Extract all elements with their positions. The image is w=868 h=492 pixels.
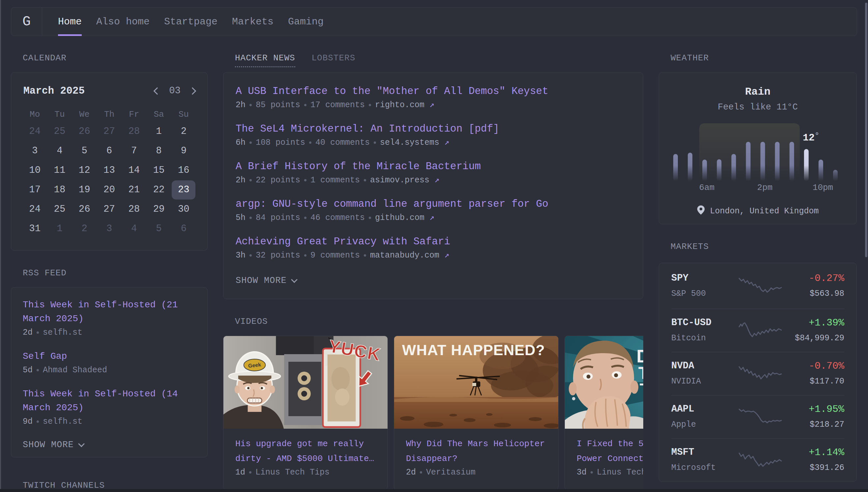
- svg-text:T: T: [640, 380, 643, 399]
- svg-text:WHAT HAPPENED?: WHAT HAPPENED?: [402, 342, 545, 359]
- svg-text:12°: 12°: [803, 131, 819, 144]
